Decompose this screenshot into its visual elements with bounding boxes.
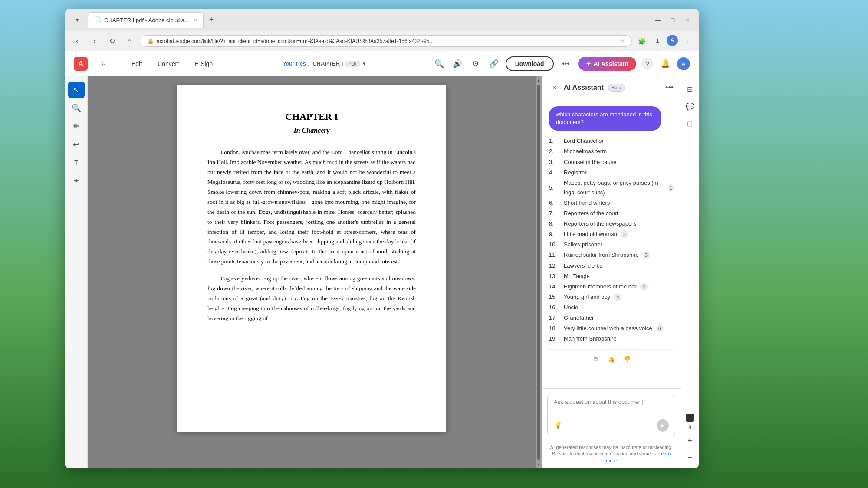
char-name: Maces, petty-bags, or privy purses (in l… xyxy=(564,178,664,197)
address-bar[interactable]: 🔒 acrobat.adobe.com/link/file/?x_api_cli… xyxy=(140,35,632,47)
ai-panel-body[interactable]: which characters are mentioned in this d… xyxy=(542,99,681,388)
char-name: Short-hand writers xyxy=(564,198,610,208)
notifications-btn[interactable]: 🔔 xyxy=(659,57,672,70)
zoom-out-btn[interactable]: − xyxy=(683,450,697,465)
ai-sparkle-icon: ✦ xyxy=(586,60,591,67)
link-btn[interactable]: 🔗 xyxy=(487,57,500,70)
ai-input-footer: 💡 ➤ xyxy=(554,419,669,432)
download-button[interactable]: Download xyxy=(506,56,554,71)
char-name: Very little counsel with a bass voice xyxy=(564,324,652,333)
close-button[interactable]: × xyxy=(681,14,694,26)
right-tool-3[interactable]: ⊟ xyxy=(683,116,697,131)
convert-button[interactable]: Convert xyxy=(154,59,182,69)
more-options-btn[interactable]: ••• xyxy=(559,57,573,71)
scroll-up-btn[interactable]: ▲ xyxy=(537,78,541,82)
char-number: 7. xyxy=(549,209,562,218)
list-item: 17.Grandfather xyxy=(549,313,674,323)
active-tab[interactable]: 📄 CHAPTER I.pdf - Adobe cloud s... × xyxy=(88,12,204,28)
ai-close-button[interactable]: × xyxy=(549,82,559,93)
breadcrumb-home[interactable]: Your files xyxy=(283,60,306,67)
toolbar-right: 🔍 🔊 ⚙ 🔗 Download ••• ✦ AI Assistant ? 🔔 … xyxy=(433,56,690,71)
char-badge: 5 xyxy=(614,293,621,301)
toolbar: A ↻ Edit Convert E-Sign Your files / CHA… xyxy=(65,51,699,76)
ai-assistant-panel: × AI Assistant Beta ••• which characters… xyxy=(542,76,681,468)
settings-btn[interactable]: ⚙ xyxy=(469,57,482,70)
char-number: 14. xyxy=(549,282,562,291)
char-number: 6. xyxy=(549,198,562,208)
ai-more-btn[interactable]: ••• xyxy=(665,83,674,92)
menu-btn[interactable]: ⋮ xyxy=(681,35,694,48)
maximize-button[interactable]: □ xyxy=(667,14,679,26)
window-controls: — □ × xyxy=(652,14,694,26)
char-name: Young girl and boy xyxy=(564,292,610,302)
list-item: 1.Lord Chancellor xyxy=(549,136,674,146)
tab-close-btn[interactable]: × xyxy=(194,17,197,23)
char-number: 8. xyxy=(549,219,562,229)
list-item: 8.Reporters of the newspapers xyxy=(549,219,674,229)
char-name: Eighteen members of the bar xyxy=(564,282,637,291)
search-toolbar-btn[interactable]: 🔍 xyxy=(433,57,446,70)
ai-input-box[interactable]: 💡 ➤ xyxy=(547,394,675,436)
scroll-down-btn[interactable]: ▼ xyxy=(537,462,541,467)
char-badge: 1 xyxy=(668,184,674,192)
nav-icons: 🧩 ⬇ A ⋮ xyxy=(635,35,694,48)
chapter-subtitle: In Chancery xyxy=(207,127,416,134)
char-number: 16. xyxy=(549,303,562,312)
right-tool-2[interactable]: 💬 xyxy=(683,99,697,114)
pen-tool-btn[interactable]: ✏ xyxy=(68,118,85,134)
breadcrumb-file: CHAPTER I xyxy=(312,60,343,67)
char-name: Uncle xyxy=(564,303,578,312)
undo-tool-btn[interactable]: ↩ xyxy=(68,136,85,153)
reload-button[interactable]: ↻ xyxy=(105,34,119,48)
minimize-button[interactable]: — xyxy=(652,14,664,26)
list-item: 2.Michaelmas term xyxy=(549,146,674,157)
forward-button[interactable]: › xyxy=(88,34,102,48)
ai-beta-badge: Beta xyxy=(608,84,625,92)
list-item: 10.Sallow prisoner xyxy=(549,239,674,250)
extensions-btn[interactable]: 🧩 xyxy=(635,35,648,48)
right-mini-sidebar: ⊞ 💬 ⊟ 1 9 + − xyxy=(681,76,699,468)
page-controls: 1 9 + − xyxy=(683,414,697,465)
highlight-tool-btn[interactable]: ✦ xyxy=(68,173,85,189)
scroll-thumb[interactable] xyxy=(537,85,540,460)
list-item: 18.Very little counsel with a bass voice… xyxy=(549,323,674,334)
char-name: Ruined suitor from Shropshire xyxy=(564,250,639,260)
breadcrumb-dropdown-icon[interactable]: ▾ xyxy=(363,60,366,67)
char-number: 9. xyxy=(549,229,562,239)
audio-btn[interactable]: 🔊 xyxy=(451,57,464,70)
tab-dropdown-btn[interactable]: ▾ xyxy=(70,13,84,27)
char-name: Lord Chancellor xyxy=(564,136,604,146)
select-tool-btn[interactable]: ↖ xyxy=(68,82,85,98)
ai-assistant-label: AI Assistant xyxy=(594,60,628,67)
download-nav-btn[interactable]: ⬇ xyxy=(651,35,664,48)
list-item: 16.Uncle xyxy=(549,302,674,313)
ai-assistant-button[interactable]: ✦ AI Assistant xyxy=(578,57,636,71)
right-tool-1[interactable]: ⊞ xyxy=(683,82,697,96)
ai-input-field[interactable] xyxy=(554,399,669,416)
current-page-badge: 1 xyxy=(686,414,694,422)
text-tool-btn[interactable]: T xyxy=(68,154,85,171)
bookmark-icon[interactable]: ☆ xyxy=(619,38,625,44)
edit-button[interactable]: Edit xyxy=(128,59,145,69)
help-btn[interactable]: ? xyxy=(641,58,654,70)
char-number: 13. xyxy=(549,272,562,281)
esign-button[interactable]: E-Sign xyxy=(191,59,216,69)
new-tab-button[interactable]: + xyxy=(205,14,217,26)
title-bar: ▾ 📄 CHAPTER I.pdf - Adobe cloud s... × +… xyxy=(65,9,699,31)
breadcrumb-separator: / xyxy=(309,60,310,67)
ai-send-button[interactable]: ➤ xyxy=(657,419,669,432)
pdf-scrollbar[interactable]: ▲ ▼ xyxy=(536,76,542,468)
copy-response-btn[interactable]: ⧉ xyxy=(590,353,602,365)
ai-response-actions: ⧉ 👍 👎 xyxy=(549,349,674,369)
recent-files-btn[interactable]: ↻ xyxy=(96,57,110,71)
pdf-viewer[interactable]: CHAPTER I In Chancery London. Michaelmas… xyxy=(88,76,536,468)
zoom-tool-btn[interactable]: 🔍 xyxy=(68,100,85,116)
chapter-title: CHAPTER I xyxy=(207,111,416,122)
thumbs-up-btn[interactable]: 👍 xyxy=(605,353,618,365)
user-profile-btn[interactable]: A xyxy=(677,57,690,70)
profile-btn[interactable]: A xyxy=(667,35,678,46)
home-button[interactable]: ⌂ xyxy=(122,34,136,48)
back-button[interactable]: ‹ xyxy=(70,34,84,48)
zoom-in-btn[interactable]: + xyxy=(683,433,697,448)
thumbs-down-btn[interactable]: 👎 xyxy=(621,353,633,365)
